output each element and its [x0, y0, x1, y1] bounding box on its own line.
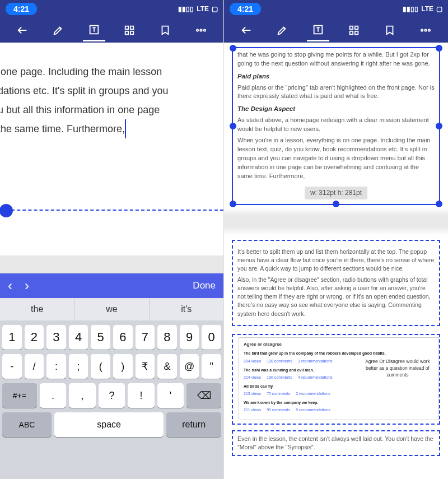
key-1[interactable]: 1	[2, 325, 22, 350]
svg-point-6	[200, 29, 202, 31]
text-block[interactable]: It's better to spilt them up and list th…	[232, 240, 440, 326]
key-2[interactable]: 2	[25, 325, 44, 350]
canvas-area[interactable]: that he was going to stop giving me poin…	[224, 43, 448, 479]
dimension-badge: w: 312pt h: 281pt	[305, 187, 367, 199]
status-time: 4:21	[230, 3, 261, 15]
selection-handle[interactable]	[230, 201, 236, 207]
keyboard-suggestions: the we it's	[0, 298, 223, 320]
svg-rect-4	[130, 31, 134, 35]
selection-handle[interactable]	[333, 201, 339, 207]
key-question[interactable]: ?	[99, 383, 125, 408]
body-text: Paid plans or the "pricing" tab aren't h…	[237, 83, 435, 101]
app-toolbar	[0, 18, 223, 43]
stat: 100 comments	[267, 359, 292, 364]
stat: 3 recommendations	[298, 359, 332, 364]
selection-handle[interactable]	[230, 123, 236, 129]
status-right: ▮▮▯▯ LTE ▢	[403, 5, 442, 13]
stat: 95 comments	[267, 407, 290, 413]
grid-tool-button[interactable]	[343, 19, 365, 41]
body-text: Also, in the "Agree or disagree" section…	[237, 276, 435, 318]
network-label: LTE	[197, 5, 209, 13]
text-tool-button[interactable]	[83, 19, 105, 41]
key-currency[interactable]: ₹	[136, 354, 155, 379]
key-at[interactable]: @	[180, 354, 199, 379]
suggestion[interactable]: we	[74, 298, 149, 320]
text-editing-area[interactable]: on one page. Including the main lesson e…	[0, 43, 223, 255]
draw-tool-button[interactable]	[271, 19, 293, 41]
selection-handle[interactable]	[436, 123, 442, 129]
question-text: We are known by the company we keep.	[244, 400, 434, 406]
battery-icon: ▢	[212, 5, 218, 13]
agree-panel: Agree or disagree The bird that grew up …	[239, 337, 439, 420]
back-button[interactable]	[11, 19, 34, 41]
key-abc[interactable]: ABC	[2, 412, 52, 437]
svg-rect-3	[125, 31, 129, 35]
key-exclaim[interactable]: !	[128, 383, 155, 408]
heading: The Design Aspect	[237, 104, 435, 114]
key-apostrophe[interactable]: '	[157, 383, 184, 408]
key-semicolon[interactable]: ;	[69, 354, 88, 379]
stat: 211 views	[244, 407, 261, 413]
key-5[interactable]: 5	[91, 325, 110, 350]
key-dash[interactable]: -	[2, 354, 22, 379]
heading: Paid plans	[237, 72, 435, 81]
status-time: 4:21	[6, 3, 37, 15]
text-line: at the same time. Furthermore,	[0, 119, 126, 138]
key-period[interactable]: .	[40, 383, 67, 408]
grid-tool-button[interactable]	[118, 19, 141, 41]
key-3[interactable]: 3	[46, 325, 66, 350]
phone-right: 4:21 ▮▮▯▯ LTE ▢ that	[224, 0, 448, 479]
next-field-button[interactable]: ›	[25, 279, 29, 292]
bookmark-button[interactable]	[379, 19, 401, 41]
more-button[interactable]	[190, 19, 212, 41]
body-text: that he was going to stop giving me poin…	[237, 50, 435, 68]
key-lparen[interactable]: (	[91, 354, 110, 379]
image-block[interactable]: Agree or disagree The bird that grew up …	[232, 334, 440, 425]
selected-text-block[interactable]: that he was going to stop giving me poin…	[232, 47, 440, 205]
key-rparen[interactable]: )	[113, 354, 133, 379]
bookmark-button[interactable]	[154, 19, 176, 41]
key-return[interactable]: return	[166, 412, 221, 437]
signal-icon: ▮▮▯▯	[178, 5, 194, 13]
key-6[interactable]: 6	[113, 325, 133, 350]
text-tool-button[interactable]	[307, 19, 329, 41]
key-4[interactable]: 4	[69, 325, 88, 350]
key-backspace[interactable]: ⌫	[186, 383, 221, 408]
stat: 204 views	[244, 359, 261, 364]
draw-tool-button[interactable]	[47, 19, 69, 41]
svg-rect-10	[350, 26, 353, 30]
prev-field-button[interactable]: ‹	[8, 279, 12, 292]
back-button[interactable]	[235, 19, 258, 41]
key-quote[interactable]: "	[202, 354, 221, 379]
app-toolbar	[224, 18, 448, 43]
key-8[interactable]: 8	[157, 325, 177, 350]
key-symbols[interactable]: #+=	[2, 383, 37, 408]
key-colon[interactable]: :	[46, 354, 66, 379]
key-7[interactable]: 7	[136, 325, 155, 350]
selection-handle[interactable]	[230, 45, 236, 52]
svg-rect-2	[130, 26, 134, 30]
text-block[interactable]: Even in the lesson, the content isn't al…	[232, 430, 440, 456]
key-9[interactable]: 9	[180, 325, 199, 350]
done-button[interactable]: Done	[193, 280, 216, 291]
stat: 106 comments	[267, 375, 292, 380]
suggestion[interactable]: it's	[150, 298, 223, 320]
selection-handle[interactable]	[436, 45, 442, 52]
keyboard-keys: 1 2 3 4 5 6 7 8 9 0 - / : ; ( )	[0, 320, 223, 475]
battery-icon: ▢	[436, 5, 442, 13]
selection-handle[interactable]	[436, 201, 442, 207]
key-0[interactable]: 0	[202, 325, 221, 350]
stat: 2 recommendations	[296, 391, 330, 397]
resize-guide-line	[0, 210, 223, 211]
svg-point-16	[428, 29, 430, 31]
status-bar: 4:21 ▮▮▯▯ LTE ▢	[224, 0, 448, 18]
key-amp[interactable]: &	[157, 354, 177, 379]
resize-handle[interactable]	[0, 204, 13, 217]
text-line: enu but all this information in one page	[0, 100, 160, 119]
panel-title: Agree or disagree	[244, 341, 434, 348]
suggestion[interactable]: the	[0, 298, 74, 320]
more-button[interactable]	[414, 19, 437, 41]
key-slash[interactable]: /	[25, 354, 44, 379]
key-space[interactable]: space	[54, 412, 164, 437]
key-comma[interactable]: ,	[69, 383, 96, 408]
